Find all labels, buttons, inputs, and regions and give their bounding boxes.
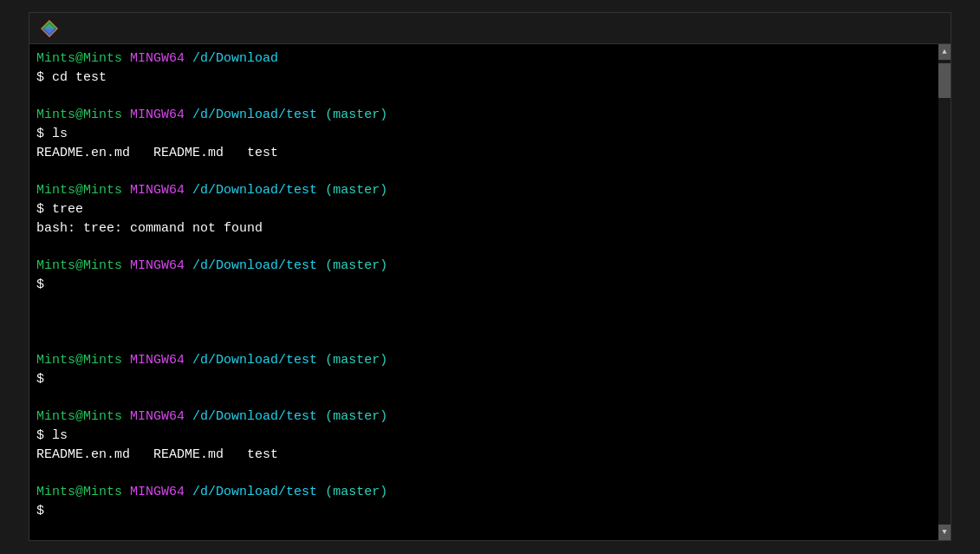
blank-line xyxy=(36,389,931,408)
prompt-line: Mints@Mints MINGW64 /d/Download/test (ma… xyxy=(36,106,931,125)
prompt-path: /d/Download/test xyxy=(192,108,317,122)
scroll-down-arrow[interactable]: ▼ xyxy=(938,525,951,540)
output-line: README.en.md README.md test xyxy=(36,446,931,465)
svg-marker-2 xyxy=(42,21,57,29)
prompt-branch: (master) xyxy=(325,485,387,499)
prompt-path: /d/Download/test xyxy=(192,183,317,198)
window-controls xyxy=(814,13,940,44)
prompt-path: /d/Download/test xyxy=(192,409,317,424)
blank-line xyxy=(36,465,931,484)
prompt-branch: (master) xyxy=(325,108,387,122)
prompt-shell: MINGW64 xyxy=(130,485,185,499)
svg-marker-3 xyxy=(42,29,57,36)
terminal-content[interactable]: Mints@Mints MINGW64 /d/Download$ cd test… xyxy=(29,44,938,540)
cmd-line: $ cd test xyxy=(36,68,931,88)
prompt-shell: MINGW64 xyxy=(130,183,185,198)
cmd-line: $ ls xyxy=(36,427,931,446)
prompt-line: Mints@Mints MINGW64 /d/Download/test (ma… xyxy=(36,351,931,370)
scrollbar[interactable]: ▲ ▼ xyxy=(938,44,951,540)
app-icon xyxy=(40,19,59,38)
prompt-shell: MINGW64 xyxy=(130,353,185,368)
scroll-track[interactable] xyxy=(938,60,951,525)
prompt-branch: (master) xyxy=(325,183,387,198)
prompt-branch: (master) xyxy=(325,353,387,368)
prompt-user: Mints@Mints xyxy=(36,183,122,198)
prompt-line: Mints@Mints MINGW64 /d/Download/test (ma… xyxy=(36,257,931,276)
cmd-line: $ xyxy=(36,370,931,389)
prompt-path: /d/Download xyxy=(192,51,278,66)
prompt-shell: MINGW64 xyxy=(130,258,185,273)
prompt-path: /d/Download/test xyxy=(192,258,317,273)
blank-line xyxy=(36,314,931,333)
prompt-user: Mints@Mints xyxy=(36,409,122,424)
prompt-line: Mints@Mints MINGW64 /d/Download xyxy=(36,49,931,68)
prompt-branch: (master) xyxy=(325,258,387,273)
prompt-user: Mints@Mints xyxy=(36,258,122,273)
blank-line xyxy=(36,295,931,314)
blank-line xyxy=(36,238,931,257)
scroll-up-arrow[interactable]: ▲ xyxy=(938,44,951,60)
blank-line xyxy=(36,163,931,182)
prompt-user: Mints@Mints xyxy=(36,51,122,66)
prompt-shell: MINGW64 xyxy=(130,51,185,66)
output-line: README.en.md README.md test xyxy=(36,144,931,163)
prompt-shell: MINGW64 xyxy=(130,108,185,122)
prompt-line: Mints@Mints MINGW64 /d/Download/test (ma… xyxy=(36,181,931,200)
terminal-window: Mints@Mints MINGW64 /d/Download$ cd test… xyxy=(29,12,951,541)
restore-button[interactable] xyxy=(857,13,897,44)
scroll-thumb[interactable] xyxy=(938,63,951,98)
cmd-line: $ xyxy=(36,502,931,521)
terminal-body: Mints@Mints MINGW64 /d/Download$ cd test… xyxy=(29,44,951,540)
prompt-user: Mints@Mints xyxy=(36,485,122,499)
prompt-user: Mints@Mints xyxy=(36,353,122,368)
prompt-shell: MINGW64 xyxy=(130,409,185,424)
cmd-line: $ xyxy=(36,276,931,295)
cmd-line: $ tree xyxy=(36,200,931,219)
prompt-line: Mints@Mints MINGW64 /d/Download/test (ma… xyxy=(36,407,931,427)
prompt-path: /d/Download/test xyxy=(192,353,317,368)
output-line: bash: tree: command not found xyxy=(36,219,931,238)
blank-line xyxy=(36,88,931,107)
prompt-line: Mints@Mints MINGW64 /d/Download/test (ma… xyxy=(36,483,931,502)
close-button[interactable] xyxy=(900,13,940,44)
blank-line xyxy=(36,332,931,351)
prompt-branch: (master) xyxy=(325,409,387,424)
title-bar xyxy=(29,13,951,44)
prompt-user: Mints@Mints xyxy=(36,108,122,122)
cmd-line: $ ls xyxy=(36,125,931,144)
prompt-path: /d/Download/test xyxy=(192,485,317,499)
minimize-button[interactable] xyxy=(814,13,853,44)
